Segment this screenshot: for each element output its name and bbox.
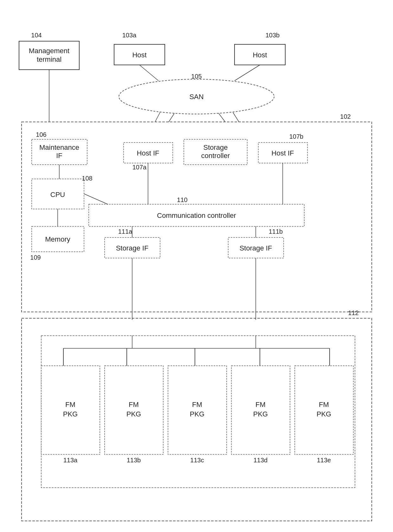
fm-pkg-c-label: FM [192,401,202,408]
ref-105: 105 [191,73,202,80]
svg-line-4 [139,65,158,81]
maintenance-if-label2: IF [56,152,62,160]
storage-controller-center-label: Storage [203,143,228,151]
ref-104: 104 [31,32,42,39]
ref-113d: 113d [254,457,268,464]
fm-pkg-d-label2: PKG [253,410,268,418]
ref-113c: 113c [190,457,204,464]
ref-109: 109 [30,254,41,261]
svg-line-5 [235,65,260,81]
fm-pkg-e-label: FM [319,401,329,408]
diagram-container: Management terminal 104 Host 103a Host 1… [0,0,393,532]
storage-if-a-label: Storage IF [116,244,149,252]
host-if-b-label: Host IF [272,149,294,157]
ref-113e: 113e [317,457,331,464]
ref-108: 108 [82,175,92,182]
ref-106: 106 [36,131,46,138]
comm-controller-label: Communication controller [157,212,236,219]
host-a-label: Host [132,51,146,59]
fm-pkg-b-label: FM [129,401,139,408]
ref-103a: 103a [122,32,137,39]
ref-103b: 103b [266,32,280,39]
host-b-label: Host [253,51,267,59]
fm-pkg-b-label2: PKG [126,410,141,418]
ref-112: 112 [348,309,358,316]
storage-controller-center-label2: controller [201,152,230,160]
ref-102: 102 [340,113,351,120]
ref-110: 110 [177,196,187,203]
cpu-label: CPU [50,191,65,199]
ref-107b: 107b [289,133,304,140]
fm-pkg-a-label2: PKG [63,410,78,418]
ref-113a: 113a [63,457,78,464]
ref-107a: 107a [132,164,147,171]
host-if-a-label: Host IF [137,149,159,157]
fm-pkg-a-label: FM [65,401,75,408]
ref-111a: 111a [118,228,132,235]
fm-pkg-e-label2: PKG [317,410,331,418]
maintenance-if-label: Maintenance [39,143,79,151]
san-label: SAN [189,93,203,101]
management-terminal-label2: terminal [37,55,61,63]
fm-pkg-d-label: FM [255,401,266,408]
ref-113b: 113b [127,457,141,464]
ref-111b: 111b [269,228,283,235]
management-terminal-label: Management [29,47,69,55]
memory-label: Memory [45,235,70,243]
fm-pkg-c-label2: PKG [190,410,204,418]
storage-if-b-label: Storage IF [240,244,272,252]
